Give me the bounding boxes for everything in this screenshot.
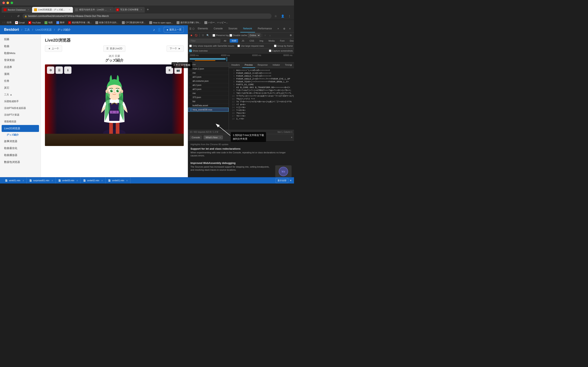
request-row-allcostume[interactable]: □ all.costume.json (188, 79, 229, 83)
sidebar-sub-goods[interactable]: グッズ紹介 (0, 132, 41, 138)
tab-close-bandori[interactable]: × (27, 8, 30, 11)
preview-tab-initiator[interactable]: Initiator (270, 62, 282, 68)
devtools-elements-tab-icon[interactable]: ☰ (189, 26, 192, 31)
file-item-surprised01[interactable]: 📄 surprised01.mtn ∧ (27, 177, 56, 184)
viewer-camera-btn[interactable]: 📷 (174, 67, 182, 74)
sidebar-item-other[interactable]: 其它 (0, 84, 41, 91)
sidebar-item-pt-tracker[interactable]: 活动PT&排名追踪器 (0, 105, 41, 111)
bookmark-cfc[interactable]: CFC数据结构与算... (120, 20, 147, 25)
request-row-hina-moc[interactable]: ☑ hina_event039.moc (188, 108, 229, 112)
bookmark-icon[interactable]: ☆ (273, 13, 278, 19)
viewer-pause-btn[interactable]: ⏸ (166, 67, 173, 74)
filter-btn-media[interactable]: Media (267, 39, 277, 43)
bookmark-gmail[interactable]: M Gmail (13, 20, 26, 25)
tab-close-csdn[interactable]: × (140, 8, 143, 11)
preview-tab-headers[interactable]: Headers (229, 62, 242, 68)
upload-icon[interactable]: ↑ (263, 33, 267, 37)
request-row-builddata[interactable]: □ buildData.asset (188, 104, 229, 108)
large-rows-checkbox[interactable] (237, 45, 240, 47)
capture-screenshots-option[interactable]: Capture screenshots (269, 50, 293, 52)
bookmark-algo[interactable]: 递归算法详解 | Shi... (175, 20, 202, 25)
filter-btn-img[interactable]: Img (258, 39, 265, 43)
tab-close-live2d[interactable]: × (68, 8, 71, 11)
sidebar-item-story[interactable]: 故事浏览器 (0, 138, 41, 145)
menu-icon[interactable]: ⋮ (287, 13, 292, 19)
bookmark-howto[interactable]: How to open apps... (148, 20, 174, 25)
sidebar-item-score-sim[interactable]: 谱面模拟器 (0, 118, 41, 125)
prev-button[interactable]: ◄ 上一个 (45, 45, 62, 52)
file-expand-smile02[interactable]: ∧ (101, 179, 103, 182)
sidebar-item-optimize[interactable]: 歌曲最佳化 (0, 145, 41, 152)
filter-btn-xhr[interactable]: XHR (230, 39, 238, 43)
show-all-button[interactable]: 显示全部 (276, 178, 288, 183)
bookmark-hello[interactable]: ハロー、ハッピー... (203, 20, 229, 25)
dt-more-tabs[interactable]: » (275, 25, 282, 33)
large-rows-option[interactable]: Use large request rows (237, 45, 264, 47)
tab-close-cubism[interactable]: × (109, 8, 112, 11)
sidebar-item-missions[interactable]: 任务 (0, 77, 41, 84)
request-row-main2[interactable]: □ main.2.json (188, 67, 229, 71)
file-expand-smile03[interactable]: ∧ (76, 179, 78, 182)
next-button[interactable]: 下一个 ► (167, 45, 184, 52)
traffic-light-red[interactable] (2, 2, 5, 4)
tab-sources[interactable]: Sources (226, 25, 240, 33)
throttle-select[interactable]: Online (248, 33, 260, 37)
sidebar-item-manga[interactable]: 漫画 (0, 71, 41, 77)
user-icon[interactable]: 👤 (157, 28, 161, 32)
tab-console[interactable]: Console (211, 25, 226, 33)
url-bar[interactable]: 🔒 bestdori.com/tool/live2d/costume/373/H… (22, 13, 272, 19)
viewer-settings-btn[interactable]: ⚙ (47, 67, 54, 74)
bookmark-apps[interactable]: ⋮⋮⋮ 应用 (2, 20, 13, 25)
disable-cache-label[interactable]: Disable cache (229, 34, 247, 37)
breadcrumb-live2d[interactable]: Live2D浏览器 (35, 28, 52, 32)
request-row-all5-2[interactable]: □ all.5.json (188, 87, 229, 91)
profile-icon[interactable]: 👤 (280, 13, 285, 19)
file-item-smile03[interactable]: 📄 smile03.mtn ∧ (56, 177, 81, 184)
network-settings-icon[interactable]: ⚙ (289, 33, 293, 37)
tab-performance[interactable]: Performance (255, 25, 275, 33)
close-x-icon[interactable]: × (291, 64, 292, 67)
tab-cubism[interactable]: 模型与动作文件 - Live2D Cubis... × (73, 7, 114, 13)
sidebar-item-recruit[interactable]: 招募 (0, 36, 41, 43)
back-button[interactable]: ◄ 返回上一页 (164, 27, 184, 33)
clear-button[interactable]: 🚫 (194, 33, 198, 37)
disable-cache-checkbox[interactable] (229, 34, 232, 37)
filter-btn-doc[interactable]: Doc (288, 39, 294, 43)
request-row-all5-1[interactable]: □ all.5.json (188, 75, 229, 79)
request-row-373[interactable]: □ 373.json (188, 95, 229, 100)
record-button[interactable]: ⏺ (189, 33, 193, 37)
bookmark-translate[interactable]: T 翻译 (55, 20, 66, 25)
same-site-option[interactable]: Only show requests with SameSite issues (189, 45, 234, 47)
sidebar-item-voucher[interactable]: 自选券 (0, 64, 41, 71)
traffic-light-yellow[interactable] (7, 2, 9, 4)
request-row-me1[interactable]: □ me (188, 71, 229, 75)
filter-toggle-icon[interactable]: ▽ (201, 33, 205, 37)
nav-back[interactable]: ‹ (2, 13, 7, 19)
devtools-close-btn[interactable]: × (287, 26, 292, 31)
filter-btn-font[interactable]: Font (278, 39, 286, 43)
preview-close-btn[interactable]: × (291, 64, 293, 67)
preserve-log-label[interactable]: Preserve log (213, 34, 229, 37)
site-logo[interactable]: Bestdori (4, 27, 19, 32)
filter-input[interactable] (189, 39, 220, 43)
tab-bandori[interactable]: Bandori Database × (2, 7, 32, 13)
music-icon[interactable]: ♪ (153, 28, 155, 32)
preserve-log-checkbox[interactable] (213, 34, 215, 37)
close-files-button[interactable]: × (290, 179, 292, 182)
search-toggle-icon[interactable]: 🔍 (206, 33, 210, 37)
whats-new-close-icon[interactable]: × (220, 136, 221, 139)
bookmark-csdn[interactable]: C 栈的顺序存储（顺... (67, 20, 93, 25)
tab-csdn[interactable]: C 写文章-CSDN博客 × (114, 7, 145, 13)
filter-btn-js[interactable]: JS (240, 39, 246, 43)
filter-btn-all[interactable]: All (222, 39, 228, 43)
show-overview-option[interactable]: Show overview (189, 50, 208, 52)
console-tab[interactable]: Console (190, 135, 202, 140)
devtools-close-btn[interactable]: × (291, 136, 292, 139)
bookmark-youtube[interactable]: ▶ YouTube (27, 20, 43, 25)
filter-btn-css[interactable]: CSS (248, 39, 256, 43)
sidebar-item-player[interactable]: 歌曲播放器 (0, 152, 41, 159)
tab-network[interactable]: Network (240, 25, 255, 33)
file-expand-smile01[interactable]: ∧ (126, 179, 128, 182)
sidebar-item-songs-meta[interactable]: 歌曲Meta (0, 50, 41, 57)
file-item-wink01[interactable]: 📄 wink01.mtn ∧ (2, 177, 27, 184)
